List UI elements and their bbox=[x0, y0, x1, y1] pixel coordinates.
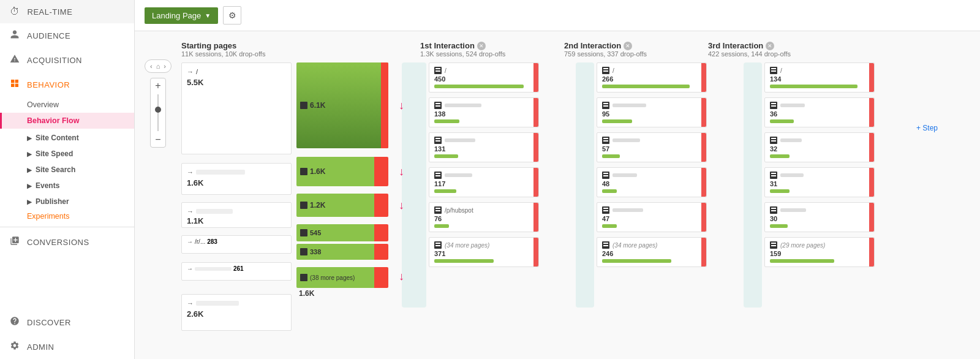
blurred-label bbox=[612, 138, 640, 142]
blurred-label bbox=[196, 170, 245, 175]
int1-bar-3 bbox=[434, 154, 458, 158]
starting-bar-5[interactable]: 338 bbox=[296, 244, 394, 260]
int2-node-more[interactable]: (34 more pages) 246 bbox=[597, 237, 707, 267]
add-step-link[interactable]: + Step bbox=[916, 124, 938, 132]
int2-bar-3 bbox=[602, 154, 620, 158]
admin-icon bbox=[10, 341, 20, 353]
zoom-thumb bbox=[155, 107, 161, 113]
red-drop-indicator bbox=[701, 238, 706, 266]
sidebar-sub-behavior-flow[interactable]: Behavior Flow bbox=[0, 113, 134, 129]
gear-button[interactable]: ⚙ bbox=[223, 6, 241, 25]
close-interaction2-button[interactable]: ✕ bbox=[624, 42, 632, 50]
left-node-6[interactable]: → 2.6K bbox=[181, 294, 292, 331]
navigation-arrows[interactable]: ‹ ⌂ › bbox=[145, 59, 172, 73]
sidebar-sub-experiments[interactable]: Experiments bbox=[0, 208, 134, 224]
bar-more-count: 1.6K bbox=[296, 289, 394, 298]
int3-bar-4 bbox=[770, 189, 790, 193]
flow-connector-1 bbox=[402, 62, 426, 308]
sidebar-sub-publisher[interactable]: ▶ Publisher bbox=[0, 192, 134, 208]
red-drop-indicator bbox=[533, 63, 538, 92]
int1-node-5[interactable]: /p/hubspot 76 bbox=[429, 202, 539, 232]
int2-node-2[interactable]: 95 bbox=[597, 97, 707, 127]
interaction1-header: 1st Interaction ✕ 1.3K sessions, 524 dro… bbox=[420, 41, 552, 58]
bar-more-label: (38 more pages) bbox=[310, 274, 355, 281]
int1-node-3[interactable]: 131 bbox=[429, 132, 539, 162]
blurred-label bbox=[195, 267, 232, 271]
realtime-icon: ⏱ bbox=[10, 6, 20, 17]
int2-node-3[interactable]: 57 bbox=[597, 132, 707, 162]
int3-count-4: 31 bbox=[770, 180, 869, 187]
int1-node-1[interactable]: / 450 bbox=[429, 62, 539, 93]
close-interaction1-button[interactable]: ✕ bbox=[477, 42, 486, 50]
sidebar-sub-events[interactable]: ▶ Events bbox=[0, 176, 134, 192]
drop-icon: ↓ bbox=[399, 199, 404, 212]
left-node-2[interactable]: → 1.6K bbox=[181, 163, 292, 195]
blurred-label bbox=[780, 208, 806, 212]
int3-node-4[interactable]: 31 bbox=[764, 167, 875, 197]
zoom-out-button[interactable]: − bbox=[151, 132, 165, 147]
sidebar-item-admin[interactable]: ADMIN bbox=[0, 334, 134, 359]
starting-bar-3[interactable]: 1.2K ↓ bbox=[296, 194, 394, 217]
starting-bar-4[interactable]: 545 bbox=[296, 224, 394, 241]
zoom-control: + − bbox=[150, 78, 166, 148]
int1-node-4[interactable]: 117 bbox=[429, 167, 539, 197]
red-drop-indicator bbox=[701, 98, 706, 127]
int3-node-2[interactable]: 36 bbox=[764, 97, 875, 127]
page-icon bbox=[770, 137, 777, 144]
sidebar-sub-site-speed[interactable]: ▶ Site Speed bbox=[0, 145, 134, 161]
sidebar: ⏱ REAL-TIME AUDIENCE ACQUISITION BEHAVIO… bbox=[0, 0, 135, 359]
blurred-label bbox=[780, 138, 802, 142]
left-node-3[interactable]: → 1.1K bbox=[181, 202, 292, 228]
sidebar-sub-overview[interactable]: Overview bbox=[0, 97, 134, 113]
sidebar-label-behavior: BEHAVIOR bbox=[27, 80, 70, 89]
sidebar-sub-site-content[interactable]: ▶ Site Content bbox=[0, 129, 134, 145]
discover-icon bbox=[10, 316, 20, 328]
int2-node-1[interactable]: / 266 bbox=[597, 62, 707, 93]
landing-page-dropdown[interactable]: Landing Page ▼ bbox=[145, 7, 218, 24]
left-node-5[interactable]: → 261 bbox=[181, 262, 292, 281]
red-drop-indicator bbox=[533, 98, 538, 127]
small-nodes: → /r/... 283 → 261 bbox=[181, 235, 292, 287]
starting-bar-6[interactable]: (38 more pages) 1.6K ↓ bbox=[296, 267, 394, 298]
int3-node-5[interactable]: 30 bbox=[764, 202, 875, 232]
sidebar-label-audience: AUDIENCE bbox=[27, 31, 70, 40]
int1-node-more[interactable]: (34 more pages) 371 bbox=[429, 237, 539, 267]
int1-node-2[interactable]: 138 bbox=[429, 97, 539, 127]
int1-bar-1 bbox=[434, 85, 524, 88]
starting-bar-1[interactable]: 6.1K ↓ bbox=[296, 62, 394, 148]
sidebar-item-discover[interactable]: DISCOVER bbox=[0, 310, 134, 334]
interaction1-title: 1st Interaction bbox=[420, 41, 475, 50]
sidebar-sub-site-search[interactable]: ▶ Site Search bbox=[0, 161, 134, 176]
sidebar-label-conversions: CONVERSIONS bbox=[27, 238, 89, 247]
audience-icon bbox=[10, 29, 20, 42]
zoom-in-button[interactable]: + bbox=[151, 78, 165, 93]
page-icon bbox=[602, 206, 609, 214]
int1-label-5: /p/hubspot bbox=[445, 207, 473, 214]
close-interaction3-button[interactable]: ✕ bbox=[766, 42, 774, 50]
node-count: 1.6K bbox=[187, 178, 286, 187]
int2-node-4[interactable]: 48 bbox=[597, 167, 707, 197]
int3-node-3[interactable]: 32 bbox=[764, 132, 875, 162]
int2-count-2: 95 bbox=[602, 110, 701, 118]
sidebar-item-conversions[interactable]: CONVERSIONS bbox=[0, 230, 134, 254]
starting-bar-2[interactable]: 1.6K ↓ bbox=[296, 157, 394, 186]
flow-area[interactable]: ‹ ⌂ › + − Starting page bbox=[135, 31, 980, 359]
int2-count-1: 266 bbox=[602, 75, 701, 83]
page-icon bbox=[434, 137, 442, 144]
right-arrow-icon: › bbox=[164, 62, 166, 70]
sidebar-item-acquisition[interactable]: ACQUISITION bbox=[0, 48, 134, 72]
bar-count: 1.6K bbox=[310, 167, 325, 176]
arrow-icon: → bbox=[187, 238, 193, 245]
interaction2-title: 2nd Interaction bbox=[564, 41, 621, 50]
left-node-4[interactable]: → /r/... 283 bbox=[181, 235, 292, 254]
int3-node-more[interactable]: (29 more pages) 159 bbox=[764, 237, 875, 267]
conversions-icon bbox=[10, 236, 20, 248]
arrow-icon: → bbox=[187, 208, 194, 215]
left-node-1[interactable]: → / 5.5K bbox=[181, 62, 292, 154]
sidebar-item-audience[interactable]: AUDIENCE bbox=[0, 23, 134, 48]
sidebar-item-realtime[interactable]: ⏱ REAL-TIME bbox=[0, 0, 134, 23]
sidebar-item-behavior[interactable]: BEHAVIOR bbox=[0, 72, 134, 97]
int3-node-1[interactable]: / 134 bbox=[764, 62, 875, 93]
red-drop-indicator bbox=[869, 98, 874, 127]
int2-node-5[interactable]: 47 bbox=[597, 202, 707, 232]
